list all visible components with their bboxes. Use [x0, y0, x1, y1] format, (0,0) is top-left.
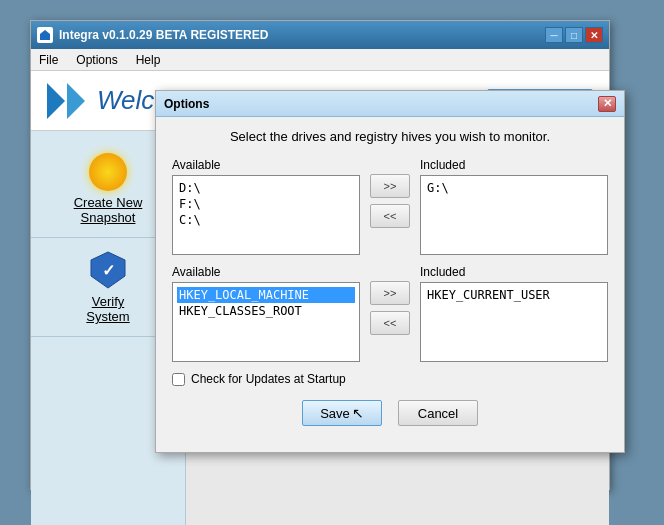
registry-available-list[interactable]: HKEY_LOCAL_MACHINE HKEY_CLASSES_ROOT — [172, 282, 360, 362]
registry-remove-button[interactable]: << — [370, 311, 410, 335]
modal-instruction: Select the drives and registry hives you… — [172, 129, 608, 144]
modal-footer: Save ↖ Cancel — [172, 400, 608, 440]
save-button-label: Save — [320, 406, 350, 421]
cancel-button[interactable]: Cancel — [398, 400, 478, 426]
modal-overlay: Options ✕ Select the drives and registry… — [0, 0, 664, 525]
registry-arrows: >> << — [360, 265, 420, 335]
list-item[interactable]: C:\ — [177, 212, 355, 228]
drives-available-label: Available — [172, 158, 360, 172]
registry-available-section: Available HKEY_LOCAL_MACHINE HKEY_CLASSE… — [172, 265, 360, 362]
drives-remove-button[interactable]: << — [370, 204, 410, 228]
list-item[interactable]: D:\ — [177, 180, 355, 196]
checkbox-label: Check for Updates at Startup — [191, 372, 346, 386]
modal-body: Select the drives and registry hives you… — [156, 117, 624, 452]
check-updates-checkbox[interactable] — [172, 373, 185, 386]
list-item[interactable]: HKEY_LOCAL_MACHINE — [177, 287, 355, 303]
drives-available-list[interactable]: D:\ F:\ C:\ — [172, 175, 360, 255]
save-button[interactable]: Save ↖ — [302, 400, 382, 426]
registry-add-button[interactable]: >> — [370, 281, 410, 305]
registry-included-section: Included HKEY_CURRENT_USER — [420, 265, 608, 362]
drives-arrows: >> << — [360, 158, 420, 228]
options-dialog: Options ✕ Select the drives and registry… — [155, 90, 625, 453]
checkbox-row: Check for Updates at Startup — [172, 372, 608, 386]
cursor-icon: ↖ — [352, 405, 364, 421]
list-item[interactable]: F:\ — [177, 196, 355, 212]
list-item[interactable]: G:\ — [425, 180, 603, 196]
drives-included-label: Included — [420, 158, 608, 172]
drives-section: Available D:\ F:\ C:\ >> << Included G:\ — [172, 158, 608, 255]
drives-add-button[interactable]: >> — [370, 174, 410, 198]
drives-included-section: Included G:\ — [420, 158, 608, 255]
list-item[interactable]: HKEY_CLASSES_ROOT — [177, 303, 355, 319]
modal-title: Options — [164, 97, 598, 111]
drives-included-list[interactable]: G:\ — [420, 175, 608, 255]
drives-available-section: Available D:\ F:\ C:\ — [172, 158, 360, 255]
modal-title-bar: Options ✕ — [156, 91, 624, 117]
modal-close-button[interactable]: ✕ — [598, 96, 616, 112]
registry-included-label: Included — [420, 265, 608, 279]
list-item[interactable]: HKEY_CURRENT_USER — [425, 287, 603, 303]
registry-included-list[interactable]: HKEY_CURRENT_USER — [420, 282, 608, 362]
registry-section: Available HKEY_LOCAL_MACHINE HKEY_CLASSE… — [172, 265, 608, 362]
registry-available-label: Available — [172, 265, 360, 279]
